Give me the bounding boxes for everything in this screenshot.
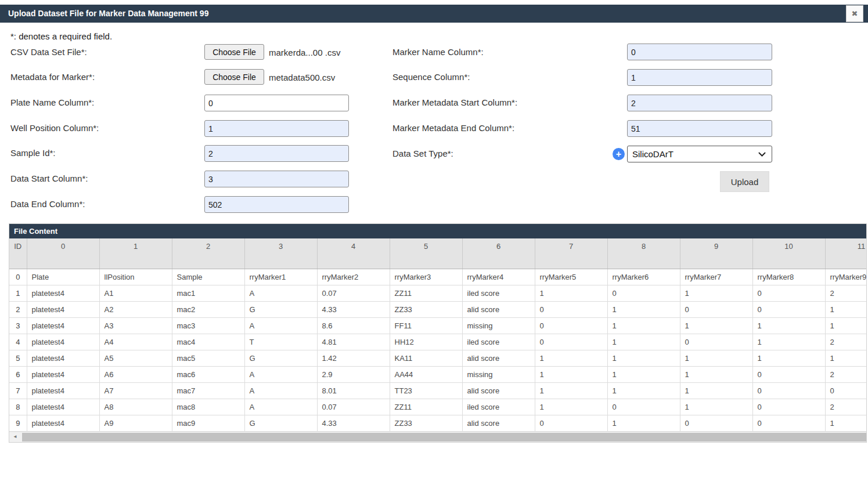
table-cell: platetest4 — [27, 399, 99, 415]
table-cell: mac9 — [172, 415, 244, 431]
table-cell: 0 — [752, 301, 825, 317]
scroll-left-button[interactable]: ◄ — [9, 432, 21, 442]
table-cell: 0 — [535, 301, 607, 317]
table-cell: platetest4 — [27, 366, 99, 382]
table-cell: 1 — [752, 334, 825, 350]
file-content-header: File Content — [9, 224, 866, 238]
table-cell: A4 — [99, 334, 172, 350]
table-cell: 0.07 — [317, 285, 390, 301]
table-cell: 0 — [752, 285, 825, 301]
column-header: 6 — [462, 238, 535, 269]
table-cell: A — [244, 382, 317, 399]
row-id-cell: 5 — [9, 350, 27, 366]
row-id-cell: 2 — [9, 301, 27, 317]
table-row: 9platetest4A9mac9G4.33ZZ33alid score0100… — [9, 415, 866, 431]
table-cell: rryMarker1 — [244, 269, 317, 285]
upload-dialog: Upload Dataset File for Marker Data Mana… — [0, 0, 868, 492]
table-cell: 0 — [680, 301, 752, 317]
table-cell: A — [244, 366, 317, 382]
table-cell: mac7 — [172, 382, 244, 399]
table-cell: mac3 — [172, 317, 244, 334]
table-cell: rryMarker8 — [752, 269, 825, 285]
table-cell: 1 — [752, 317, 825, 334]
scroll-left-icon: ◄ — [13, 435, 17, 439]
row-id-cell: 0 — [9, 269, 27, 285]
table-cell: 4.33 — [317, 415, 390, 431]
table-cell: 1 — [535, 382, 607, 399]
table-cell: 0 — [535, 415, 607, 431]
data-end-column-label: Data End Column*: — [10, 199, 85, 209]
row-id-cell: 7 — [9, 382, 27, 399]
table-cell: 1 — [680, 382, 752, 399]
chevron-down-icon — [758, 152, 766, 157]
table-cell: 1 — [535, 366, 607, 382]
table-cell: ZZ33 — [390, 301, 462, 317]
table-cell: 1 — [607, 415, 680, 431]
table-cell: 0 — [607, 399, 680, 415]
csv-choose-file-button[interactable]: Choose File — [204, 44, 264, 60]
table-cell: rryMarker6 — [607, 269, 680, 285]
table-cell: iled score — [462, 334, 535, 350]
table-cell: rryMarker5 — [535, 269, 607, 285]
table-cell: platetest4 — [27, 350, 99, 366]
horizontal-scrollbar[interactable]: ◄ — [9, 432, 866, 442]
table-cell: 0 — [752, 366, 825, 382]
csv-dataset-file-label: CSV Data Set File*: — [10, 47, 87, 57]
scrollbar-thumb[interactable] — [22, 433, 866, 442]
marker-name-column-input[interactable] — [627, 44, 772, 60]
table-cell: 4.33 — [317, 301, 390, 317]
dataset-type-select[interactable]: SilicoDArT — [627, 146, 772, 162]
table-cell: A9 — [99, 415, 172, 431]
table-cell: 1 — [825, 317, 866, 334]
file-content-panel: File Content ID01234567891011 0PlatellPo… — [9, 223, 867, 443]
table-cell: mac2 — [172, 301, 244, 317]
table-cell: Sample — [172, 269, 244, 285]
plus-circle-icon: + — [616, 150, 621, 159]
table-cell: 1 — [825, 415, 866, 431]
table-cell: 8.6 — [317, 317, 390, 334]
sample-id-input[interactable] — [204, 145, 349, 162]
table-cell: platetest4 — [27, 415, 99, 431]
table-scroll-area: ID01234567891011 0PlatellPositionSampler… — [9, 238, 866, 432]
table-cell: 2 — [825, 334, 866, 350]
table-cell: alid score — [462, 382, 535, 399]
sequence-column-input[interactable] — [627, 69, 772, 86]
table-row: 8platetest4A8mac8A0.07ZZ11iled score1010… — [9, 399, 866, 415]
table-cell: 0 — [607, 285, 680, 301]
table-cell: iled score — [462, 399, 535, 415]
table-cell: FF11 — [390, 317, 462, 334]
table-cell: A8 — [99, 399, 172, 415]
table-cell: missing — [462, 366, 535, 382]
metadata-choose-file-button[interactable]: Choose File — [204, 69, 264, 85]
table-row: 6platetest4A6mac6A2.9AA44missing11102 — [9, 366, 866, 382]
table-cell: rryMarker7 — [680, 269, 752, 285]
column-header: 4 — [317, 238, 390, 269]
data-end-column-input[interactable] — [204, 196, 349, 213]
table-cell: 0 — [680, 415, 752, 431]
add-dataset-type-button[interactable]: + — [613, 148, 625, 160]
table-cell: A7 — [99, 382, 172, 399]
table-cell: mac6 — [172, 366, 244, 382]
table-cell: rryMarker4 — [462, 269, 535, 285]
table-cell: 2 — [825, 399, 866, 415]
close-button[interactable]: ✖ — [846, 5, 863, 22]
row-id-cell: 9 — [9, 415, 27, 431]
table-cell: iled score — [462, 285, 535, 301]
table-cell: A — [244, 317, 317, 334]
plate-name-column-input[interactable] — [204, 95, 349, 111]
table-cell: mac1 — [172, 285, 244, 301]
data-start-column-input[interactable] — [204, 171, 349, 187]
column-header: 8 — [607, 238, 680, 269]
table-header-row: ID01234567891011 — [9, 238, 866, 269]
marker-metadata-end-column-input[interactable] — [627, 120, 772, 137]
column-header: 3 — [244, 238, 317, 269]
row-id-cell: 8 — [9, 399, 27, 415]
table-cell: A — [244, 285, 317, 301]
column-header: 1 — [99, 238, 172, 269]
well-position-column-input[interactable] — [204, 120, 349, 137]
table-cell: platetest4 — [27, 334, 99, 350]
table-cell: rryMarker2 — [317, 269, 390, 285]
required-note: *: denotes a required field. — [10, 31, 112, 41]
upload-button[interactable]: Upload — [720, 171, 769, 192]
marker-metadata-start-column-input[interactable] — [627, 95, 772, 111]
